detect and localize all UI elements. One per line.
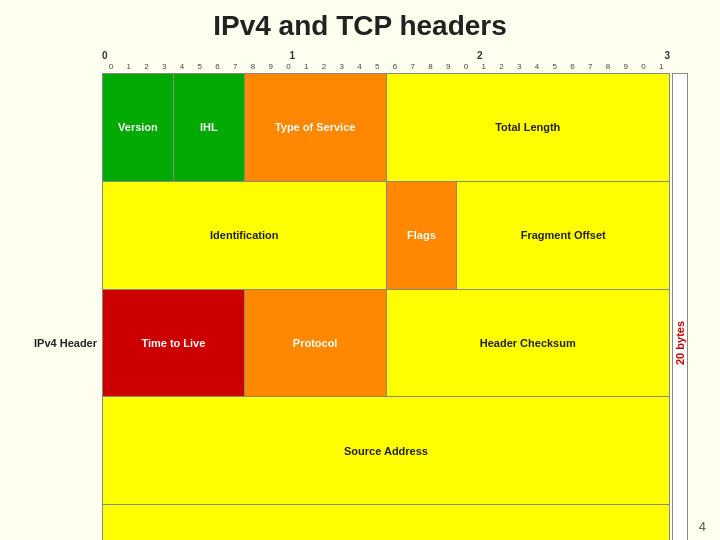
ipv4-row-1: Version IHL Type of Service Total Length	[103, 74, 670, 182]
ipv4-row-2: Identification Flags Fragment Offset	[103, 181, 670, 289]
slide: IPv4 and TCP headers 0 1 2 3 0 1 2 3 4 5…	[0, 0, 720, 540]
ipv4-tos: Type of Service	[244, 74, 386, 182]
ipv4-bytes-label: 20 bytes	[672, 73, 688, 540]
bit-group-0: 0	[102, 50, 108, 61]
ipv4-destination-address: Destination Address	[103, 505, 670, 540]
ipv4-table: Version IHL Type of Service Total Length…	[102, 73, 670, 540]
bit-group-2: 2	[477, 50, 483, 61]
ipv4-header-checksum: Header Checksum	[386, 289, 670, 397]
ipv4-row-3: Time to Live Protocol Header Checksum	[103, 289, 670, 397]
page-number: 4	[699, 519, 706, 534]
ipv4-identification: Identification	[103, 181, 387, 289]
ipv4-total-length: Total Length	[386, 74, 670, 182]
slide-title: IPv4 and TCP headers	[213, 10, 507, 42]
ipv4-row-5: Destination Address	[103, 505, 670, 540]
ipv4-ihl: IHL	[173, 74, 244, 182]
bit-group-1: 1	[289, 50, 295, 61]
ipv4-flags: Flags	[386, 181, 457, 289]
ipv4-version: Version	[103, 74, 174, 182]
ipv4-ttl: Time to Live	[103, 289, 245, 397]
ipv4-source-address: Source Address	[103, 397, 670, 505]
ipv4-fragment-offset: Fragment Offset	[457, 181, 670, 289]
ipv4-row-4: Source Address	[103, 397, 670, 505]
ipv4-protocol: Protocol	[244, 289, 386, 397]
bit-numbers-row: 0 1 2 3 4 5 6 7 8 9 0 1 2 3 4 5 6 7 8 9	[102, 62, 670, 71]
ipv4-header-label: IPv4 Header	[30, 73, 102, 540]
